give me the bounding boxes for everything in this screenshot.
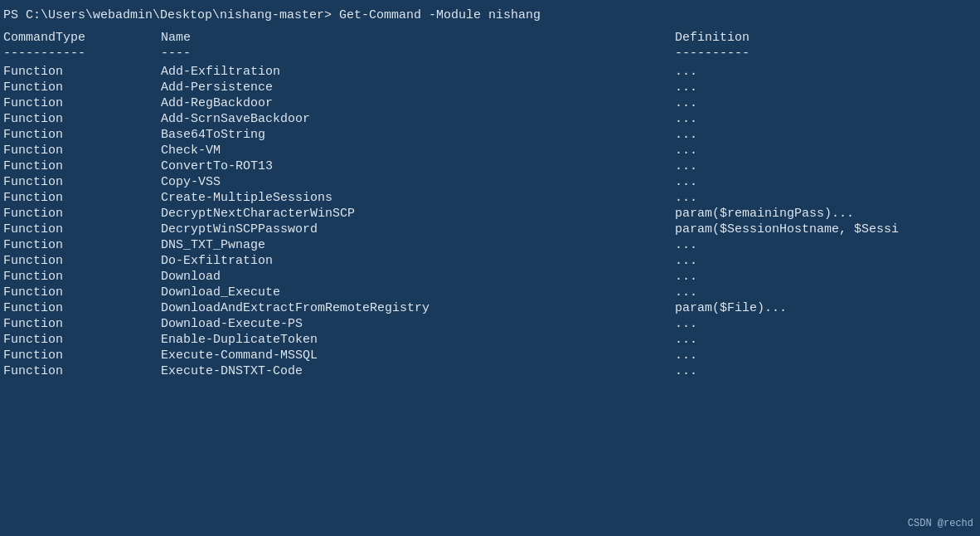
cell-name: DownloadAndExtractFromRemoteRegistry xyxy=(161,301,675,315)
cell-name: Execute-Command-MSSQL xyxy=(161,348,675,363)
cell-type: Function xyxy=(3,270,161,284)
cell-name: Copy-VSS xyxy=(161,175,675,189)
table-header-row: CommandType Name Definition xyxy=(3,29,977,46)
cell-name: Enable-DuplicateToken xyxy=(161,333,675,347)
cell-name: DecryptNextCharacterWinSCP xyxy=(161,207,675,221)
table-row: FunctionBase64ToString... xyxy=(3,127,977,143)
cell-type: Function xyxy=(3,222,161,236)
cell-type: Function xyxy=(3,254,161,268)
terminal-window: PS C:\Users\webadmin\Desktop\nishang-mas… xyxy=(0,0,980,536)
prompt-line: PS C:\Users\webadmin\Desktop\nishang-mas… xyxy=(3,5,977,29)
cell-name: Add-ScrnSaveBackdoor xyxy=(161,112,675,126)
table-row: FunctionEnable-DuplicateToken... xyxy=(3,332,977,348)
cell-def: ... xyxy=(675,270,977,284)
cell-def: ... xyxy=(675,333,977,347)
cell-def: ... xyxy=(675,191,977,205)
cell-def: ... xyxy=(675,80,977,95)
cell-type: Function xyxy=(3,317,161,331)
table-row: FunctionDownload... xyxy=(3,269,977,285)
col-name-header: Name xyxy=(161,31,675,45)
table-row: FunctionDecryptWinSCPPasswordparam($Sess… xyxy=(3,222,977,237)
col-def-divider: ---------- xyxy=(675,46,977,61)
table-row: FunctionConvertTo-ROT13... xyxy=(3,158,977,174)
table-row: FunctionDownload_Execute... xyxy=(3,285,977,300)
table-row: FunctionDNS_TXT_Pwnage... xyxy=(3,237,977,253)
col-type-header: CommandType xyxy=(3,31,161,45)
cell-def: ... xyxy=(675,254,977,268)
cell-name: Execute-DNSTXT-Code xyxy=(161,364,675,378)
cell-def: ... xyxy=(675,348,977,363)
table-row: FunctionAdd-Persistence... xyxy=(3,80,977,95)
cell-def: ... xyxy=(675,175,977,189)
table-row: FunctionCreate-MultipleSessions... xyxy=(3,190,977,206)
col-name-divider: ---- xyxy=(161,46,675,61)
command-table: CommandType Name Definition ----------- … xyxy=(3,29,977,379)
cell-def: ... xyxy=(675,144,977,158)
cell-type: Function xyxy=(3,144,161,158)
cell-def: ... xyxy=(675,96,977,110)
cell-type: Function xyxy=(3,65,161,79)
watermark: CSDN @rechd xyxy=(908,518,973,529)
cell-name: Check-VM xyxy=(161,144,675,158)
cell-type: Function xyxy=(3,285,161,300)
cell-type: Function xyxy=(3,333,161,347)
cell-type: Function xyxy=(3,207,161,221)
cell-name: Add-RegBackdoor xyxy=(161,96,675,110)
cell-name: Download-Execute-PS xyxy=(161,317,675,331)
cell-name: Download xyxy=(161,270,675,284)
col-def-header: Definition xyxy=(675,31,977,45)
cell-type: Function xyxy=(3,364,161,378)
table-row: FunctionDo-Exfiltration... xyxy=(3,253,977,269)
cell-name: Add-Exfiltration xyxy=(161,65,675,79)
cell-type: Function xyxy=(3,191,161,205)
table-row: FunctionExecute-Command-MSSQL... xyxy=(3,348,977,363)
cell-name: Create-MultipleSessions xyxy=(161,191,675,205)
rows-container: FunctionAdd-Exfiltration...FunctionAdd-P… xyxy=(3,64,977,379)
cell-name: ConvertTo-ROT13 xyxy=(161,159,675,173)
table-row: FunctionDownloadAndExtractFromRemoteRegi… xyxy=(3,300,977,316)
cell-def: param($File)... xyxy=(675,301,977,315)
table-row: FunctionExecute-DNSTXT-Code... xyxy=(3,363,977,379)
table-row: FunctionCheck-VM... xyxy=(3,143,977,158)
cell-name: Download_Execute xyxy=(161,285,675,300)
cell-type: Function xyxy=(3,159,161,173)
cell-type: Function xyxy=(3,96,161,110)
cell-name: Do-Exfiltration xyxy=(161,254,675,268)
cell-def: ... xyxy=(675,159,977,173)
cell-def: ... xyxy=(675,238,977,252)
table-row: FunctionAdd-ScrnSaveBackdoor... xyxy=(3,111,977,127)
col-type-divider: ----------- xyxy=(3,46,161,61)
cell-def: ... xyxy=(675,65,977,79)
table-row: FunctionAdd-Exfiltration... xyxy=(3,64,977,80)
table-row: FunctionAdd-RegBackdoor... xyxy=(3,95,977,111)
cell-type: Function xyxy=(3,128,161,142)
cell-type: Function xyxy=(3,112,161,126)
cell-def: ... xyxy=(675,364,977,378)
cell-type: Function xyxy=(3,301,161,315)
cell-name: DNS_TXT_Pwnage xyxy=(161,238,675,252)
table-divider-row: ----------- ---- ---------- xyxy=(3,46,977,64)
table-row: FunctionDecryptNextCharacterWinSCPparam(… xyxy=(3,206,977,222)
cell-name: Base64ToString xyxy=(161,128,675,142)
cell-type: Function xyxy=(3,175,161,189)
cell-def: param($SessionHostname, $Sessi xyxy=(675,222,977,236)
cell-def: ... xyxy=(675,285,977,300)
cell-def: ... xyxy=(675,128,977,142)
cell-type: Function xyxy=(3,348,161,363)
cell-name: DecryptWinSCPPassword xyxy=(161,222,675,236)
cell-def: ... xyxy=(675,317,977,331)
cell-name: Add-Persistence xyxy=(161,80,675,95)
cell-type: Function xyxy=(3,80,161,95)
table-row: FunctionDownload-Execute-PS... xyxy=(3,316,977,332)
cell-def: ... xyxy=(675,112,977,126)
cell-type: Function xyxy=(3,238,161,252)
table-row: FunctionCopy-VSS... xyxy=(3,174,977,190)
cell-def: param($remainingPass)... xyxy=(675,207,977,221)
